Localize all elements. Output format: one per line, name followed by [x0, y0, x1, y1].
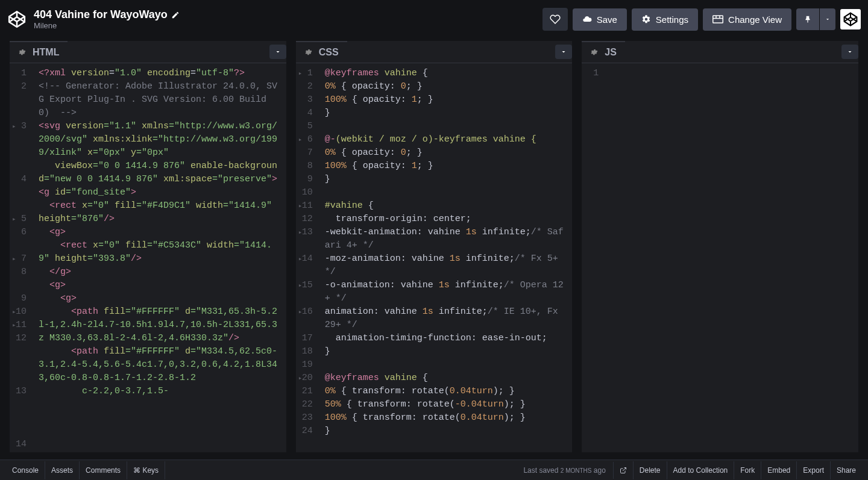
- change-view-label: Change View: [728, 14, 782, 25]
- editor-html-label: HTML: [33, 47, 59, 58]
- editor-html-actions: [269, 45, 286, 59]
- footer-right: Last saved 2 MONTHS ago Delete Add to Co…: [516, 461, 862, 479]
- editor-js-actions: [841, 45, 858, 59]
- settings-label: Settings: [656, 14, 688, 25]
- editor-js-label: JS: [605, 47, 617, 58]
- heart-icon: [550, 14, 561, 25]
- svg-line-13: [623, 467, 626, 471]
- codepen-icon: [7, 10, 27, 29]
- editor-js-header: JS: [582, 41, 858, 63]
- external-link-icon: [620, 467, 627, 474]
- html-code[interactable]: <?xml version="1.0" encoding="utf-8"?> <…: [33, 63, 286, 452]
- footer-embed[interactable]: Embed: [761, 461, 796, 479]
- footer-last-saved: Last saved 2 MONTHS ago: [516, 466, 612, 475]
- footer-console[interactable]: Console: [6, 461, 45, 479]
- pin-split-button: [796, 8, 835, 30]
- editor-css-actions: [555, 45, 572, 59]
- pin-dropdown[interactable]: [820, 8, 835, 30]
- pen-title[interactable]: 404 Vahine for WayoWayo: [34, 8, 180, 21]
- footer-fork[interactable]: Fork: [734, 461, 761, 479]
- editor-html-dropdown[interactable]: [269, 45, 286, 59]
- title-block: 404 Vahine for WayoWayo Milene: [34, 8, 180, 30]
- footer-delete[interactable]: Delete: [633, 461, 667, 479]
- editor-css-header: CSS: [296, 41, 573, 63]
- editor-css-title[interactable]: CSS: [296, 41, 347, 63]
- change-view-button[interactable]: Change View: [703, 8, 791, 31]
- gear-icon: [641, 14, 651, 24]
- pen-author[interactable]: Milene: [34, 21, 180, 30]
- js-code-area[interactable]: 1: [582, 63, 858, 452]
- gear-icon[interactable]: [590, 48, 599, 57]
- header-left: 404 Vahine for WayoWayo Milene: [7, 8, 180, 30]
- edit-icon[interactable]: [171, 11, 180, 19]
- chevron-down-icon: [846, 48, 854, 55]
- editor-css: CSS 1 2 3 4 5 6 7 8 9 10 11 12 13 14 15 …: [296, 41, 573, 452]
- html-code-area[interactable]: 1 2 3 4 5 6 7 8 9 10 11 12 13 14 <?xml v…: [10, 63, 286, 452]
- editor-js-dropdown[interactable]: [841, 45, 858, 59]
- footer-comments[interactable]: Comments: [80, 461, 127, 479]
- settings-button[interactable]: Settings: [632, 8, 698, 31]
- css-gutter: 1 2 3 4 5 6 7 8 9 10 11 12 13 14 15 16 1…: [296, 63, 319, 452]
- svg-rect-3: [713, 16, 723, 23]
- footer-left: Console Assets Comments ⌘ Keys: [6, 461, 165, 479]
- cloud-icon: [582, 14, 592, 24]
- editor-css-dropdown[interactable]: [555, 45, 572, 59]
- editor-js-title[interactable]: JS: [582, 41, 625, 63]
- pin-icon: [804, 14, 812, 24]
- avatar[interactable]: [840, 9, 861, 30]
- js-gutter: 1: [582, 63, 605, 452]
- footer-add-collection[interactable]: Add to Collection: [667, 461, 734, 479]
- gear-icon[interactable]: [18, 48, 27, 57]
- header: 404 Vahine for WayoWayo Milene Save Sett…: [0, 0, 868, 39]
- codepen-logo[interactable]: [7, 10, 27, 29]
- like-button[interactable]: [542, 8, 568, 31]
- css-code[interactable]: @keyframes vahine { 0% { opacity: 0; } 1…: [319, 63, 573, 452]
- avatar-icon: [843, 11, 858, 27]
- footer: Console Assets Comments ⌘ Keys Last save…: [0, 460, 868, 480]
- save-label: Save: [597, 14, 617, 25]
- pen-title-text: 404 Vahine for WayoWayo: [34, 8, 168, 21]
- footer-keys[interactable]: ⌘ Keys: [127, 461, 165, 479]
- chevron-down-icon: [274, 48, 281, 55]
- footer-assets[interactable]: Assets: [45, 461, 80, 479]
- footer-export[interactable]: Export: [796, 461, 830, 479]
- editor-html-title[interactable]: HTML: [10, 41, 68, 63]
- footer-open-external[interactable]: [613, 462, 633, 479]
- js-code[interactable]: [605, 63, 858, 452]
- editor-html-header: HTML: [10, 41, 286, 63]
- save-button[interactable]: Save: [573, 8, 627, 31]
- pin-button[interactable]: [796, 8, 819, 30]
- chevron-down-icon: [825, 16, 831, 22]
- css-code-area[interactable]: 1 2 3 4 5 6 7 8 9 10 11 12 13 14 15 16 1…: [296, 63, 573, 452]
- editor-css-label: CSS: [319, 47, 339, 58]
- chevron-down-icon: [560, 48, 567, 55]
- gear-icon[interactable]: [304, 48, 313, 57]
- layout-icon: [712, 15, 723, 23]
- editor-js: JS 1: [582, 41, 858, 452]
- editors: HTML 1 2 3 4 5 6 7 8 9 10 11 12 13 14 <?…: [0, 39, 868, 460]
- header-right: Save Settings Change View: [542, 8, 861, 31]
- html-gutter: 1 2 3 4 5 6 7 8 9 10 11 12 13 14: [10, 63, 33, 452]
- editor-html: HTML 1 2 3 4 5 6 7 8 9 10 11 12 13 14 <?…: [10, 41, 286, 452]
- footer-share[interactable]: Share: [830, 461, 862, 479]
